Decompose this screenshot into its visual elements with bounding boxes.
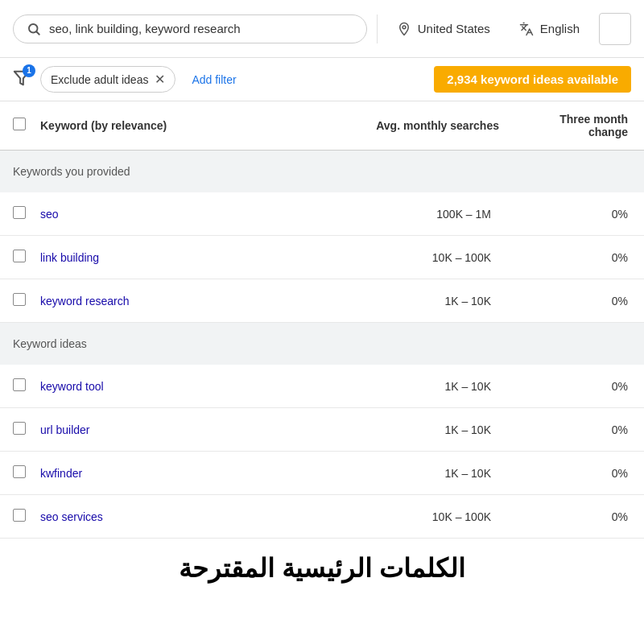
add-filter-button[interactable]: Add filter [185,68,242,91]
section-label-provided: Keywords you provided [0,159,644,184]
language-label: English [540,22,580,35]
row-checkbox-cell[interactable] [0,456,32,491]
col-header-monthly: Avg. monthly searches [338,108,515,143]
row-keyword[interactable]: link building [32,242,338,274]
header-checkbox-cell[interactable] [0,106,32,145]
row-keyword[interactable]: kwfinder [32,457,338,489]
table-row: url builder 1K – 10K 0% [0,408,644,452]
row-monthly: 1K – 10K [338,414,515,446]
row-checkbox[interactable] [13,422,26,435]
keyword-count-badge: 2,934 keyword ideas available [434,66,631,93]
row-keyword[interactable]: url builder [32,414,338,446]
row-checkbox[interactable] [13,509,26,522]
row-change: 0% [515,285,644,317]
row-checkbox-cell[interactable] [0,412,32,448]
provided-rows: seo 100K – 1M 0% link building 10K – 100… [0,192,644,323]
top-bar: United States English [0,0,644,58]
row-checkbox-cell[interactable] [0,196,32,232]
row-change: 0% [515,198,644,230]
row-monthly: 1K – 10K [338,285,515,317]
row-checkbox[interactable] [13,293,26,306]
table-row: kwfinder 1K – 10K 0% [0,452,644,495]
svg-point-2 [402,25,406,28]
row-monthly: 10K – 100K [338,501,515,533]
row-checkbox[interactable] [13,250,26,262]
location-button[interactable]: United States [387,15,500,43]
row-checkbox[interactable] [13,465,26,478]
row-monthly: 1K – 10K [338,457,515,489]
location-label: United States [418,22,490,35]
table-row: keyword tool 1K – 10K 0% [0,365,644,408]
row-keyword[interactable]: seo [32,198,338,230]
filter-badge: 1 [23,64,35,77]
arabic-footer-text: الكلمات الرئيسية المقترحة [0,539,644,592]
translate-icon [519,22,534,36]
row-checkbox-cell[interactable] [0,499,32,535]
table-header: Keyword (by relevance) Avg. monthly sear… [0,101,644,151]
top-bar-action-button[interactable] [599,13,631,45]
row-keyword[interactable]: keyword tool [32,370,338,402]
row-checkbox[interactable] [13,378,26,391]
section-header-ideas: Keyword ideas [0,323,644,365]
row-change: 0% [515,370,644,402]
row-change: 0% [515,414,644,446]
table-row: link building 10K – 100K 0% [0,236,644,279]
top-bar-divider [377,14,378,43]
location-pin-icon [397,22,411,36]
row-keyword[interactable]: seo services [32,501,338,533]
row-checkbox-cell[interactable] [0,283,32,319]
section-header-provided: Keywords you provided [0,151,644,192]
language-button[interactable]: English [510,15,589,43]
filter-chip-label: Exclude adult ideas [51,73,148,86]
svg-line-1 [36,31,39,34]
filter-chip[interactable]: Exclude adult ideas ✕ [40,66,175,93]
filter-bar: 1 Exclude adult ideas ✕ Add filter 2,934… [0,58,644,101]
filter-icon-wrap[interactable]: 1 [13,69,31,90]
row-change: 0% [515,242,644,274]
select-all-checkbox[interactable] [13,118,26,130]
row-monthly: 100K – 1M [338,198,515,230]
row-change: 0% [515,457,644,489]
row-monthly: 10K – 100K [338,242,515,274]
col-header-keyword: Keyword (by relevance) [32,108,338,143]
section-label-ideas: Keyword ideas [0,331,644,357]
ideas-rows: keyword tool 1K – 10K 0% url builder 1K … [0,365,644,539]
table-row: seo services 10K – 100K 0% [0,495,644,539]
table-row: seo 100K – 1M 0% [0,192,644,236]
row-checkbox-cell[interactable] [0,369,32,404]
search-box[interactable] [13,14,367,43]
search-input[interactable] [49,22,353,35]
row-checkbox-cell[interactable] [0,240,32,275]
table-row: keyword research 1K – 10K 0% [0,279,644,323]
filter-chip-close-icon[interactable]: ✕ [155,72,165,87]
row-monthly: 1K – 10K [338,370,515,402]
row-checkbox[interactable] [13,206,26,219]
row-change: 0% [515,501,644,533]
col-header-change: Three month change [515,101,644,150]
search-icon [27,22,41,36]
row-keyword[interactable]: keyword research [32,285,338,317]
